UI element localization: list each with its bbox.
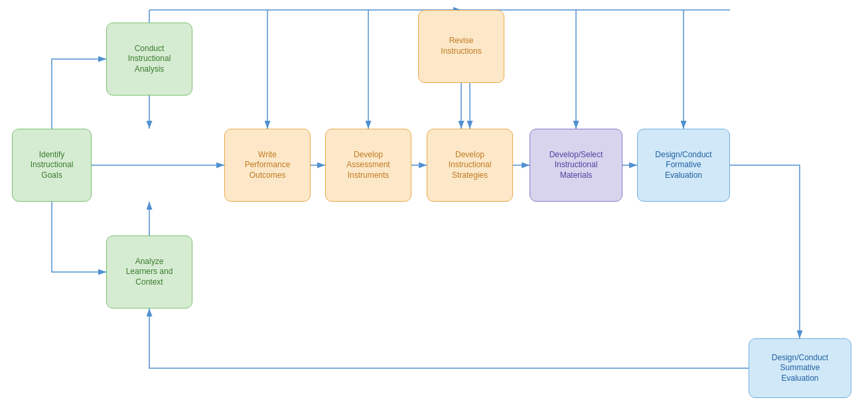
node-analyze: Analyze Learners and Context xyxy=(106,236,192,308)
node-develop-assess: Develop Assessment Instruments xyxy=(325,129,411,202)
node-develop-select: Develop/Select Instructional Materials xyxy=(530,129,622,202)
node-write: Write Performance Outcomes xyxy=(224,129,311,202)
node-conduct: Conduct Instructional Analysis xyxy=(106,23,192,96)
node-revise: Revise Instructions xyxy=(418,10,504,83)
node-identify: Identify Instructional Goals xyxy=(12,129,92,202)
diagram-container: Identify Instructional Goals Conduct Ins… xyxy=(0,0,868,410)
node-develop-instruct: Develop Instructional Strategies xyxy=(427,129,513,202)
node-design-summative: Design/Conduct Summative Evaluation xyxy=(749,338,851,398)
node-design-formative: Design/Conduct Formative Evaluation xyxy=(637,129,730,202)
